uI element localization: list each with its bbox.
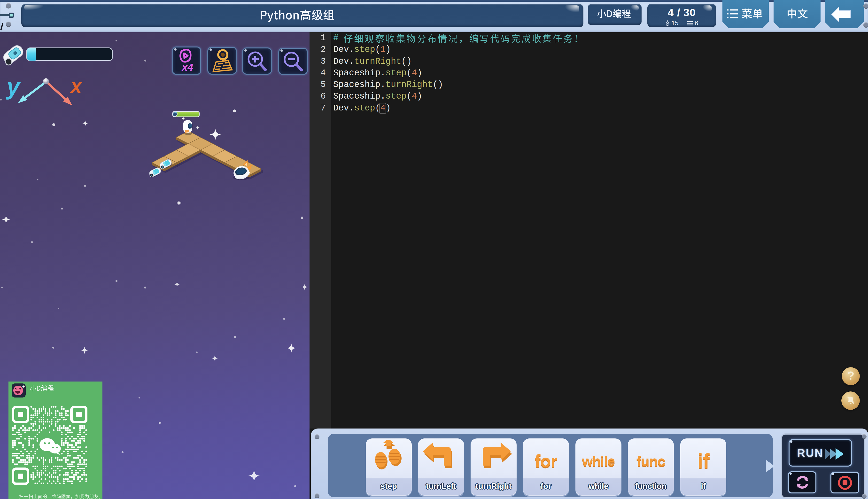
svg-text:y: y xyxy=(6,74,21,99)
svg-text:x: x xyxy=(70,75,83,97)
svg-text:x4: x4 xyxy=(182,62,193,73)
